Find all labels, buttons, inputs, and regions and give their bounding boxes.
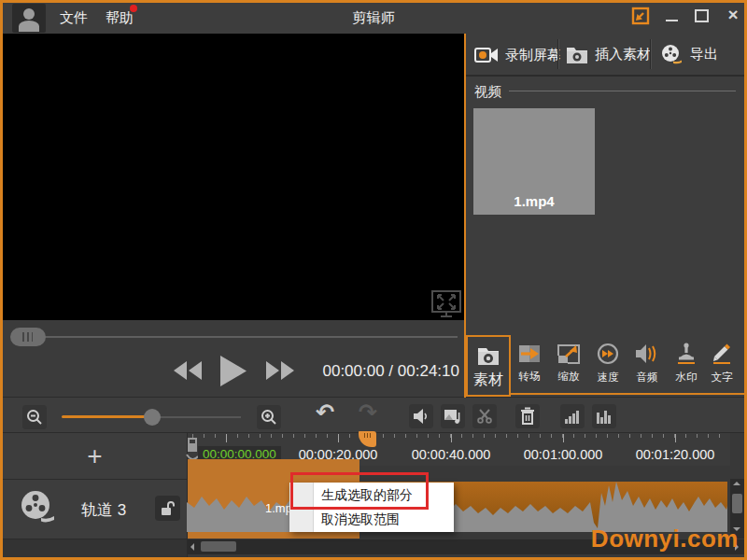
tab-scale-label: 缩放 <box>549 370 588 384</box>
bar-icon <box>604 411 607 424</box>
tab-text-label: 文字 <box>702 371 741 385</box>
add-track-button[interactable]: + <box>3 433 187 480</box>
tab-material[interactable]: 素材 <box>466 335 511 397</box>
tab-watermark[interactable]: 水印 <box>667 342 706 385</box>
zoom-slider-fill <box>62 415 152 418</box>
volume-button[interactable] <box>409 404 433 428</box>
site-watermark: Downyi.com <box>591 525 739 553</box>
bar-icon <box>565 419 568 424</box>
notification-dot <box>130 5 137 12</box>
section-title: 视频 <box>474 83 501 101</box>
minimize-button[interactable] <box>664 7 681 24</box>
stamp-icon <box>676 342 697 365</box>
ruler-ticks <box>192 434 728 438</box>
film-reel-icon <box>661 44 684 65</box>
zoom-in-icon <box>261 409 277 426</box>
export-button[interactable]: 导出 <box>661 44 718 65</box>
media-thumbnail <box>483 118 585 188</box>
redo-button[interactable]: ↷ <box>359 401 377 424</box>
divider <box>650 39 651 69</box>
ruler-label: 00:01:00.000 <box>507 447 619 462</box>
media-card[interactable]: 1.mp4 <box>473 108 595 215</box>
track-lock-button[interactable] <box>155 496 180 521</box>
pencil-icon <box>711 342 733 365</box>
media-name: 1.mp4 <box>473 193 595 209</box>
tab-audio-label: 音频 <box>627 371 667 385</box>
scissors-icon <box>476 408 493 425</box>
bar-icon <box>600 417 603 424</box>
rewind-button[interactable] <box>172 358 204 386</box>
minimize-icon <box>666 20 678 21</box>
speed-icon <box>597 343 619 365</box>
insert-media-label: 插入素材 <box>595 46 651 63</box>
export-label: 导出 <box>690 46 718 63</box>
major-tick <box>338 434 339 442</box>
zoom-out-icon <box>26 409 43 426</box>
tab-transition[interactable]: 转场 <box>510 343 549 384</box>
tab-speed[interactable]: 速度 <box>588 343 627 385</box>
transition-icon <box>518 343 541 364</box>
bar-icon <box>576 411 579 424</box>
panel-divider <box>464 34 466 398</box>
tab-text[interactable]: 文字 <box>702 342 741 385</box>
record-screen-label: 录制屏幕 <box>505 47 561 64</box>
tab-scale[interactable]: 缩放 <box>549 343 588 384</box>
vscroll-thumb[interactable] <box>732 494 742 513</box>
media-audio-button[interactable] <box>441 404 465 428</box>
bar-icon <box>597 413 599 424</box>
audio-icon <box>635 343 659 365</box>
tab-watermark-label: 水印 <box>667 371 706 385</box>
track-header[interactable]: 轨道 3 <box>3 480 187 539</box>
plus-icon: + <box>87 441 102 471</box>
record-screen-button[interactable]: 录制屏幕 <box>474 46 561 64</box>
insert-media-button[interactable]: 插入素材 <box>566 45 651 64</box>
scroll-left-icon[interactable] <box>190 543 194 551</box>
seek-handle[interactable] <box>10 328 46 346</box>
zoom-slider-track[interactable] <box>152 416 241 418</box>
undo-button[interactable]: ↶ <box>316 401 334 424</box>
fullscreen-icon[interactable] <box>430 289 462 322</box>
app-mode-icon[interactable] <box>631 7 650 29</box>
scale-icon <box>557 343 580 364</box>
zoom-in-button[interactable] <box>257 405 281 429</box>
header-footer <box>3 539 187 557</box>
tab-speed-label: 速度 <box>588 371 627 385</box>
grip-icon <box>22 332 33 342</box>
divider <box>3 397 744 398</box>
clip-thumbnail[interactable] <box>193 483 261 534</box>
menu-file[interactable]: 文件 <box>60 9 88 27</box>
trash-icon <box>519 407 536 426</box>
speaker-icon <box>412 408 430 425</box>
menu-help[interactable]: 帮助 <box>106 9 134 27</box>
hscroll-thumb[interactable] <box>201 541 236 552</box>
major-tick <box>226 434 227 442</box>
annotation-highlight-box <box>290 472 429 510</box>
tab-audio[interactable]: 音频 <box>627 343 667 385</box>
seek-track[interactable] <box>13 336 458 338</box>
app-window: 文件 帮助 剪辑师 × 00:00:00 / 00:24: <box>0 0 747 560</box>
track-name: 轨道 3 <box>81 499 126 521</box>
equalizer-view-button[interactable] <box>592 404 616 428</box>
user-avatar[interactable] <box>12 4 46 33</box>
play-button[interactable] <box>218 354 249 392</box>
video-preview[interactable] <box>3 34 464 320</box>
section-rule <box>509 91 736 91</box>
maximize-icon <box>695 9 709 22</box>
unlock-icon <box>160 500 176 517</box>
bar-icon <box>572 413 575 424</box>
divider <box>466 75 744 77</box>
zoom-out-button[interactable] <box>22 405 47 429</box>
waveform-view-button[interactable] <box>560 404 585 428</box>
cut-button[interactable] <box>472 404 497 428</box>
menu-item-cancel-selection[interactable]: 取消选取范围 <box>321 511 400 528</box>
close-button[interactable]: × <box>724 7 742 25</box>
fast-forward-button[interactable] <box>264 358 296 386</box>
scroll-up-icon[interactable] <box>733 482 740 485</box>
tab-material-label: 素材 <box>468 371 509 390</box>
delete-button[interactable] <box>515 404 540 428</box>
ruler-label: 00:01:20.000 <box>619 447 731 462</box>
maximize-button[interactable] <box>694 7 711 24</box>
avatar-head-icon <box>23 8 35 20</box>
major-tick <box>563 434 564 442</box>
zoom-slider-handle[interactable] <box>144 409 161 426</box>
